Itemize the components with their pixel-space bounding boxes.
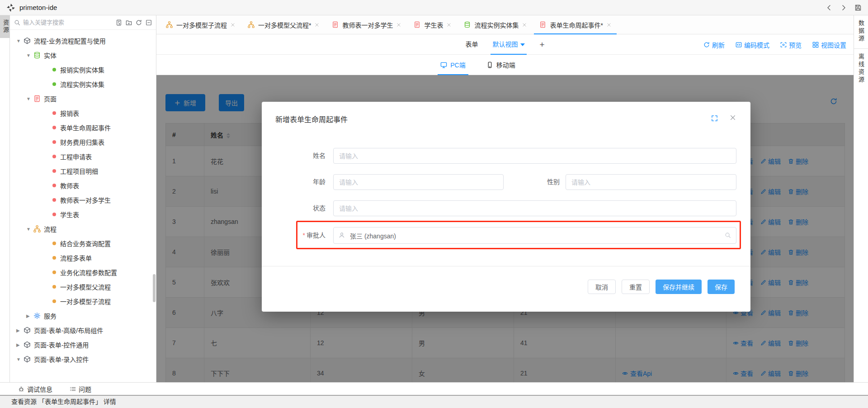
status-field[interactable]	[333, 200, 736, 216]
caret-down-icon[interactable]: ▼	[16, 357, 24, 362]
activity-tab-resources[interactable]: 资源	[0, 15, 10, 38]
search-icon	[14, 19, 20, 26]
name-field[interactable]	[333, 148, 736, 164]
modal-footer-divider	[262, 266, 750, 266]
tree-item[interactable]: ▼流程-业务流程配置与使用	[10, 33, 156, 48]
tab-close-icon[interactable]	[607, 23, 611, 27]
tab-close-icon[interactable]	[315, 23, 319, 27]
tree-item[interactable]: 表单生命周起事件	[10, 120, 156, 135]
tree-item-label: 财务费用归集表	[60, 138, 104, 147]
right-tab-offline[interactable]: 离线资源	[857, 53, 865, 84]
right-panel-bar: 数据源 离线资源	[854, 15, 868, 382]
save-icon[interactable]	[854, 4, 862, 11]
tab-label: 学生表	[424, 20, 443, 29]
tree-item[interactable]: 流程实例实体集	[10, 77, 156, 91]
refresh-tree-icon[interactable]	[136, 19, 142, 26]
tree-item[interactable]: ▼实体	[10, 48, 156, 62]
toolbar-action-code[interactable]: 编码模式	[736, 40, 769, 49]
tab-5[interactable]: 流程实例实体集	[458, 15, 533, 34]
viewmode-mobile[interactable]: 移动端	[486, 55, 515, 75]
problems-tab[interactable]: 问题	[70, 384, 91, 394]
age-field[interactable]	[333, 174, 504, 190]
caret-down-icon[interactable]: ▼	[26, 53, 33, 58]
status-dot	[52, 299, 56, 303]
locate-file-icon[interactable]	[116, 19, 122, 26]
right-tab-datasource[interactable]: 数据源	[857, 20, 865, 43]
lookup-icon[interactable]	[725, 232, 731, 238]
toolbar-action-preview[interactable]: 预览	[780, 40, 802, 49]
collapse-all-icon[interactable]	[146, 19, 152, 26]
approver-field[interactable]	[333, 227, 736, 244]
sidebar-scrollbar[interactable]	[153, 274, 156, 302]
tree-item[interactable]: ▶页面-表单-控件通用	[10, 337, 156, 352]
doc-icon	[414, 21, 420, 28]
cancel-button[interactable]: 取消	[588, 280, 616, 294]
tree-item-label: 页面	[44, 94, 57, 103]
gender-field[interactable]	[566, 174, 736, 190]
grid-icon	[812, 42, 819, 48]
tree-item-label: 一对多模型父流程	[60, 282, 111, 291]
tab-1[interactable]: 一对多模型子流程	[160, 15, 241, 34]
nav-back-icon[interactable]	[826, 4, 833, 11]
nav-forward-icon[interactable]	[840, 4, 847, 11]
tree-item[interactable]: ▼页面-表单-录入控件	[10, 352, 156, 366]
tree-item[interactable]: 学生表	[10, 207, 156, 222]
save-button[interactable]: 保存	[708, 280, 735, 294]
tree-item[interactable]: 报销实例实体集	[10, 62, 156, 77]
tree-item[interactable]: 一对多模型父流程	[10, 280, 156, 294]
tab-2[interactable]: 一对多模型父流程*	[241, 15, 326, 34]
tree-item[interactable]: 报销表	[10, 106, 156, 120]
tree-item[interactable]: ▶服务	[10, 308, 156, 323]
tree-item[interactable]: 业务化流程参数配置	[10, 265, 156, 280]
save-continue-button[interactable]: 保存并继续	[656, 280, 702, 294]
toolbar-tab-1[interactable]: 表单	[465, 34, 478, 55]
tab-label: 流程实例实体集	[474, 20, 519, 29]
toolbar-action-grid[interactable]: 视图设置	[812, 40, 846, 49]
status-field-label: 状态	[287, 200, 326, 216]
approver-field-wrap	[333, 227, 736, 244]
modal-footer: 取消 重置 保存并继续 保存	[588, 280, 735, 294]
fullscreen-icon[interactable]	[711, 115, 718, 122]
gear-icon	[33, 312, 41, 319]
tree-item[interactable]: 流程多表单	[10, 251, 156, 265]
debug-info-tab[interactable]: 调试信息	[18, 384, 52, 394]
caret-right-icon[interactable]: ▶	[16, 328, 24, 333]
tab-close-icon[interactable]	[522, 23, 527, 27]
tab-4[interactable]: 学生表	[407, 15, 458, 34]
tree-item[interactable]: 财务费用归集表	[10, 135, 156, 149]
tree-item[interactable]: 一对多模型子流程	[10, 294, 156, 308]
tab-3[interactable]: 教师表一对多学生	[326, 15, 407, 34]
doc-icon	[539, 21, 546, 28]
bottom-panel-bar: 调试信息 问题	[0, 382, 868, 395]
tree-item[interactable]: ▼页面	[10, 91, 156, 106]
tab-close-icon[interactable]	[447, 23, 451, 27]
tree-item[interactable]: 教师表一对多学生	[10, 193, 156, 207]
tree-item[interactable]: 教师表	[10, 178, 156, 193]
caret-down-icon[interactable]: ▼	[26, 227, 33, 232]
reset-button[interactable]: 重置	[622, 280, 650, 294]
tab-close-icon[interactable]	[231, 23, 235, 27]
caret-right-icon[interactable]: ▶	[26, 313, 33, 318]
toolbar-action-refresh[interactable]: 刷新	[703, 40, 725, 49]
tab-close-icon[interactable]	[396, 23, 401, 27]
new-folder-icon[interactable]	[126, 19, 132, 26]
viewmode-desktop[interactable]: PC端	[440, 55, 465, 75]
add-view-button[interactable]: +	[539, 34, 544, 55]
caret-down-icon[interactable]: ▼	[26, 96, 33, 101]
tree-item-label: 一对多模型子流程	[60, 297, 111, 306]
flow-icon	[166, 21, 173, 28]
tree-item[interactable]: 结合业务查询配置	[10, 236, 156, 251]
search-input[interactable]	[23, 19, 113, 26]
tree-item[interactable]: 工程申请表	[10, 149, 156, 164]
app-window: primeton-ide 资源 ▼流程-业务流程配置与使用	[0, 0, 868, 408]
tree-item[interactable]: ▶页面-表单-高级/布局组件	[10, 323, 156, 337]
tree-item[interactable]: 工程项目明细	[10, 164, 156, 178]
caret-right-icon[interactable]: ▶	[16, 342, 24, 347]
close-icon[interactable]	[730, 114, 736, 121]
caret-down-icon[interactable]: ▼	[16, 38, 24, 43]
toolbar-tab-2[interactable]: 默认视图	[492, 34, 525, 55]
tree-item[interactable]: ▼流程	[10, 222, 156, 236]
name-field-label: 姓名	[287, 148, 326, 164]
tree-item-label: 业务化流程参数配置	[60, 268, 117, 277]
tab-6[interactable]: 表单生命周起事件*	[533, 15, 617, 34]
